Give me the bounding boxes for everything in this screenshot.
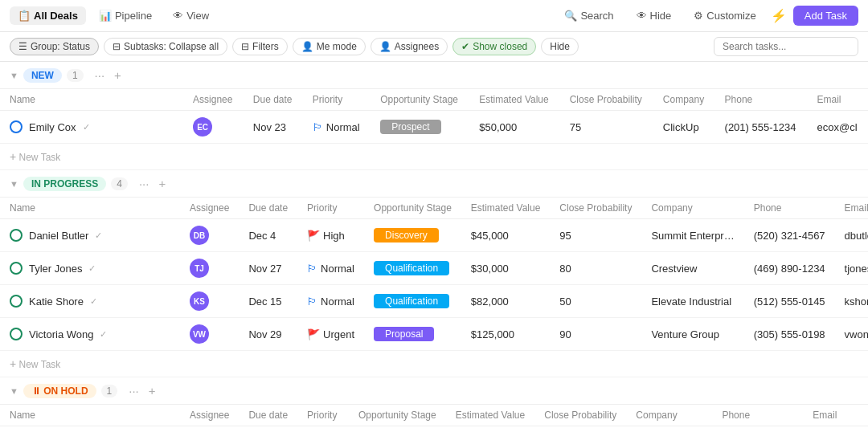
tab-all-deals-label: All Deals: [34, 10, 78, 22]
tab-all-deals[interactable]: 📋 All Deals: [10, 6, 86, 25]
subtasks-pill[interactable]: ⊟ Subtasks: Collapse all: [104, 38, 227, 55]
hide-button[interactable]: 👁 Hide: [628, 6, 680, 25]
group-status-pill[interactable]: ☰ Group: Status: [10, 38, 99, 55]
due-date-cell: Nov 23: [244, 111, 303, 144]
col-opportunity-stage: Opportunity Stage: [364, 198, 461, 219]
col-phone: Phone: [715, 89, 808, 111]
assignee-avatar: DB: [190, 226, 209, 245]
group-actions-on-hold: ··· +: [125, 382, 158, 399]
table-row[interactable]: Noah Peters ✓ NP Dec 22 ⚑: [0, 426, 868, 433]
group-header-in-progress[interactable]: ▼ IN PROGRESS 4 ··· +: [0, 170, 868, 198]
status-dot: [10, 229, 23, 242]
status-dot: [10, 295, 23, 308]
view-icon: 👁: [173, 10, 183, 22]
table-row[interactable]: Daniel Butler ✓ DB Dec 4 🚩: [0, 219, 868, 252]
table-row[interactable]: Emily Cox ✓ EC Nov 23 🏳: [0, 111, 868, 144]
company-cell: Venture Group: [641, 318, 743, 351]
assignees-icon: 👤: [379, 41, 391, 52]
value-cell: $45,000: [461, 219, 551, 252]
assignees-pill[interactable]: 👤 Assignees: [371, 38, 448, 55]
table-row[interactable]: Victoria Wong ✓ VW Nov 29 🚩: [0, 318, 868, 351]
stage-badge: Prospect: [380, 120, 440, 134]
filters-icon: ⊟: [241, 41, 249, 52]
hide-pill[interactable]: Hide: [541, 38, 579, 55]
lightning-icon: ⚡: [771, 8, 787, 23]
group-menu-btn-on-hold[interactable]: ···: [125, 382, 142, 399]
priority-label: Normal: [326, 121, 360, 133]
table-row[interactable]: Katie Shore ✓ KS Dec 15 🏳: [0, 285, 868, 318]
col-opportunity-stage: Opportunity Stage: [371, 89, 469, 111]
probability-cell: 50: [550, 285, 641, 318]
priority-cell: 🏳 Normal: [303, 111, 371, 144]
col-phone: Phone: [712, 405, 803, 426]
group-add-btn-on-hold[interactable]: +: [145, 382, 159, 399]
stage-cell: Discovery: [364, 219, 461, 252]
email-cell: tjones@: [835, 252, 868, 285]
priority-label: Normal: [321, 295, 354, 308]
tasks-search-input[interactable]: [714, 37, 858, 56]
hide-pill-label: Hide: [550, 41, 570, 52]
table-body-new: Emily Cox ✓ EC Nov 23 🏳: [0, 111, 868, 170]
plus-icon: +: [10, 357, 16, 370]
group-add-btn-in-progress[interactable]: +: [155, 175, 169, 192]
table-head-on-hold: NameAssigneeDue datePriorityOpportunity …: [0, 405, 868, 426]
topbar: 📋 All Deals 📊 Pipeline 👁 View 🔍 Search 👁…: [0, 0, 868, 32]
new-task-row[interactable]: + New Task: [0, 144, 868, 170]
new-task-row[interactable]: + New Task: [0, 351, 868, 377]
stage-badge: Qualification: [374, 294, 449, 308]
search-button[interactable]: 🔍 Search: [556, 6, 621, 25]
group-header-new[interactable]: ▼ NEW 1 ··· +: [0, 62, 868, 89]
table-in-progress: NameAssigneeDue datePriorityOpportunity …: [0, 198, 868, 377]
hide-label: Hide: [650, 10, 672, 22]
col-close-probability: Close Probability: [560, 89, 653, 111]
tab-pipeline[interactable]: 📊 Pipeline: [91, 6, 160, 25]
row-name: Daniel Butler: [29, 230, 88, 242]
show-closed-label: Show closed: [473, 41, 527, 52]
show-closed-pill[interactable]: ✔ Show closed: [452, 38, 536, 55]
col-close-probability: Close Probability: [534, 405, 626, 426]
assignee-avatar: KS: [190, 291, 209, 311]
topbar-left: 📋 All Deals 📊 Pipeline 👁 View: [10, 6, 217, 25]
add-task-button[interactable]: Add Task: [793, 6, 858, 26]
col-priority: Priority: [297, 405, 349, 426]
new-task-cell[interactable]: + New Task: [0, 351, 868, 377]
priority-icon: 🚩: [307, 328, 320, 340]
group-header-on-hold[interactable]: ▼ ⏸ ON HOLD 1 ··· +: [0, 377, 868, 405]
col-assignee: Assignee: [183, 89, 244, 111]
table-row[interactable]: Tyler Jones ✓ TJ Nov 27 🏳: [0, 252, 868, 285]
col-phone: Phone: [744, 198, 835, 219]
group-add-btn-new[interactable]: +: [111, 67, 125, 84]
email-cell: dbutler@: [835, 219, 868, 252]
tab-pipeline-label: Pipeline: [115, 10, 152, 22]
phone-cell: (469) 890-1234: [744, 252, 835, 285]
priority-label: Normal: [321, 263, 354, 275]
stage-badge: Proposal: [374, 327, 434, 341]
verified-icon: ✓: [83, 122, 90, 132]
stage-cell: Proposal: [349, 426, 446, 433]
tab-view[interactable]: 👁 View: [165, 6, 217, 25]
group-menu-btn-new[interactable]: ···: [92, 67, 108, 84]
customize-button[interactable]: ⚙ Customize: [686, 6, 764, 25]
due-date-cell: Dec 22: [239, 426, 297, 433]
phone-cell: (520) 321-4567: [744, 219, 835, 252]
assignees-label: Assignees: [395, 41, 439, 52]
company-cell: Elevate Industrial: [641, 285, 743, 318]
group-section-in-progress: ▼ IN PROGRESS 4 ··· + NameAssigneeDue da…: [0, 170, 868, 377]
filters-pill[interactable]: ⊟ Filters: [232, 38, 288, 55]
filters-label: Filters: [252, 41, 279, 52]
groups-container: ▼ NEW 1 ··· + NameAssigneeDue datePriori…: [0, 62, 868, 432]
name-cell: Noah Peters ✓: [0, 426, 180, 433]
group-menu-btn-in-progress[interactable]: ···: [136, 175, 153, 192]
group-count-new: 1: [67, 69, 84, 82]
col-email: Email: [803, 405, 868, 426]
new-task-cell[interactable]: + New Task: [0, 144, 868, 170]
assignee-cell: VW: [180, 318, 239, 351]
priority-icon: 🏳: [313, 121, 323, 133]
status-dot: [10, 328, 23, 340]
collapse-icon-on-hold: ▼: [10, 386, 18, 396]
plus-icon: +: [10, 150, 16, 163]
me-mode-icon: 👤: [301, 41, 313, 52]
me-mode-pill[interactable]: 👤 Me mode: [293, 38, 366, 55]
subtasks-label: Subtasks: Collapse all: [124, 41, 219, 52]
priority-cell: ⚑ Low: [297, 426, 349, 433]
